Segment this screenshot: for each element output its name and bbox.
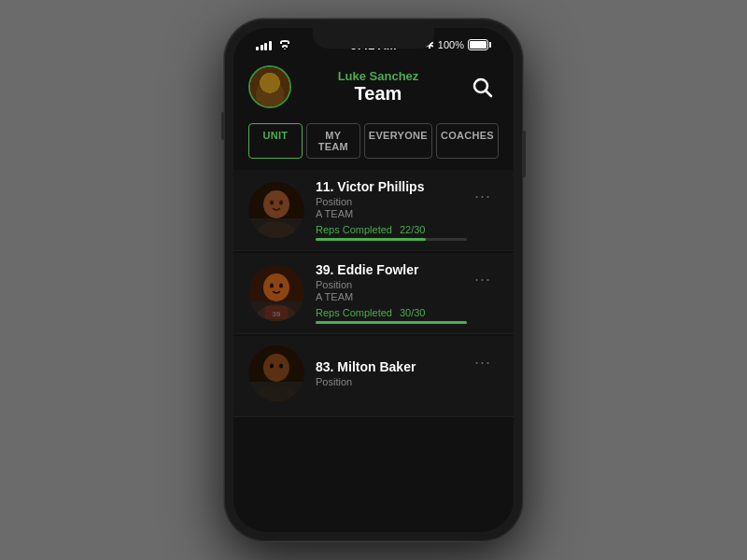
more-button-1[interactable]: ··· — [467, 183, 499, 210]
tab-bar: UNIT MY TEAM EVERYONE COACHES — [233, 119, 514, 170]
status-left — [256, 39, 291, 50]
tab-unit[interactable]: UNIT — [248, 123, 303, 159]
svg-point-9 — [263, 273, 289, 301]
tab-my-team[interactable]: MY TEAM — [306, 123, 360, 159]
search-icon — [471, 76, 493, 98]
svg-rect-12 — [265, 306, 288, 319]
reps-label-2: Reps Completed — [316, 307, 392, 318]
table-row: 11. Victor Phillips Position A TEAM Reps… — [233, 170, 514, 251]
tab-everyone[interactable]: EVERYONE — [364, 123, 432, 159]
player-position-3: Position — [316, 376, 467, 387]
player-info-2: 39. Eddie Fowler Position A TEAM Reps Co… — [316, 262, 467, 324]
player-list: 11. Victor Phillips Position A TEAM Reps… — [233, 170, 514, 532]
player-avatar-2: 39 — [248, 265, 304, 321]
player-avatar-3 — [248, 345, 304, 401]
reps-label-1: Reps Completed — [316, 224, 392, 235]
page-title: Team — [303, 83, 454, 105]
svg-point-8 — [254, 304, 299, 321]
user-avatar — [248, 65, 291, 108]
progress-fill-1 — [316, 238, 426, 241]
player-avatar-1 — [248, 182, 304, 238]
table-row: 39 39. Eddie Fowler Position A TEAM Reps… — [233, 253, 514, 334]
tab-coaches[interactable]: COACHES — [436, 123, 499, 159]
player-team-1: A TEAM — [316, 208, 467, 219]
svg-line-1 — [486, 91, 492, 97]
player-info-1: 11. Victor Phillips Position A TEAM Reps… — [316, 179, 467, 241]
reps-value-1: 22/30 — [400, 224, 426, 235]
svg-point-3 — [254, 221, 299, 238]
reps-row-2: Reps Completed 30/30 — [316, 307, 467, 318]
more-button-2[interactable]: ··· — [467, 266, 499, 293]
svg-text:39: 39 — [273, 310, 281, 318]
player-name-3: 83. Milton Baker — [316, 359, 467, 374]
player-position-1: Position — [316, 196, 467, 207]
progress-bar-2 — [316, 321, 467, 324]
battery-percent: 100% — [438, 39, 464, 50]
progress-fill-2 — [316, 321, 467, 324]
progress-bar-1 — [316, 238, 467, 241]
signal-icon — [256, 39, 272, 50]
player-position-2: Position — [316, 279, 467, 290]
svg-point-15 — [254, 385, 299, 401]
header-center: Luke Sanchez Team — [303, 69, 454, 105]
wifi-icon — [278, 40, 291, 49]
svg-point-18 — [279, 364, 283, 369]
status-right: ✱ 100% — [425, 38, 491, 51]
player-name-1: 11. Victor Phillips — [316, 179, 467, 194]
svg-point-6 — [279, 201, 283, 205]
player-team-2: A TEAM — [316, 291, 467, 302]
svg-point-11 — [279, 284, 283, 288]
svg-point-17 — [270, 364, 274, 369]
player-name-2: 39. Eddie Fowler — [316, 262, 467, 277]
svg-point-16 — [263, 354, 289, 382]
more-button-3[interactable]: ··· — [467, 349, 499, 376]
table-row: 83. Milton Baker Position ··· — [233, 336, 514, 417]
svg-point-5 — [270, 201, 274, 205]
battery-icon — [468, 39, 491, 50]
search-button[interactable] — [465, 70, 499, 104]
player-info-3: 83. Milton Baker Position — [316, 359, 467, 388]
reps-value-2: 30/30 — [400, 307, 426, 318]
notch — [313, 28, 434, 49]
svg-point-4 — [263, 190, 289, 218]
phone-frame: 9:41 AM ✱ 100% Luke Sanchez Team — [224, 19, 523, 541]
phone-screen: 9:41 AM ✱ 100% Luke Sanchez Team — [233, 28, 514, 532]
reps-row-1: Reps Completed 22/30 — [316, 224, 467, 235]
user-name: Luke Sanchez — [303, 69, 454, 83]
header: Luke Sanchez Team — [233, 58, 514, 119]
svg-point-10 — [270, 284, 274, 288]
